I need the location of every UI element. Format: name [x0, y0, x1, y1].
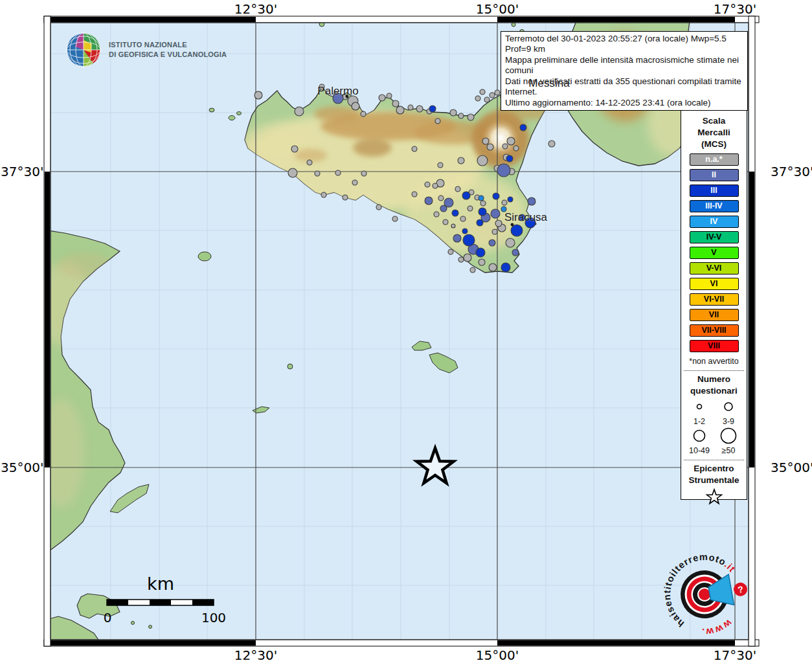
- size-legend-label: 10-49: [685, 447, 714, 455]
- intensity-point-na: [455, 186, 460, 192]
- city-label-siracusa: Siracusa: [504, 211, 547, 224]
- intensity-point-na: [416, 106, 423, 112]
- intensity-point-na: [343, 195, 348, 200]
- intensity-point-II: [512, 249, 519, 256]
- intensity-point-na: [438, 163, 443, 168]
- intensity-point-na: [458, 113, 464, 118]
- intensity-point-na: [458, 157, 464, 164]
- size-legend-label: 1-2: [685, 418, 714, 426]
- intensity-point-na: [451, 224, 455, 228]
- intensity-point-na: [470, 267, 475, 273]
- intensity-point-III-IV: [479, 196, 484, 201]
- intensity-chip-vvi: V-VI: [690, 262, 739, 275]
- scale-start-label: 0: [104, 610, 112, 625]
- legend-title-line2: Mercalli: [681, 127, 747, 139]
- intensity-point-III: [511, 225, 523, 236]
- legend-footnote: *non avvertito: [681, 357, 747, 366]
- intensity-point-na: [458, 257, 464, 262]
- epicenter-title-line1: Epicentro: [681, 463, 747, 475]
- intensity-point-III: [462, 229, 468, 234]
- size-legend-item: 10-49: [685, 427, 714, 455]
- questionnaire-size-legend: 1-23-910-49≥50: [681, 397, 747, 455]
- intensity-chip-vivii: VI-VII: [690, 293, 739, 306]
- intensity-point-na: [480, 89, 485, 95]
- x-tick-top-1730: 17°30': [714, 1, 756, 17]
- intensity-point-na: [433, 183, 438, 188]
- intensity-point-III: [506, 155, 513, 162]
- intensity-chip-vi: VI: [690, 278, 739, 290]
- scale-end-label: 100: [201, 610, 226, 625]
- intensity-point-na: [376, 205, 381, 210]
- intensity-point-na: [254, 91, 262, 99]
- intensity-point-III: [501, 263, 510, 272]
- size-legend-circle: [697, 405, 702, 409]
- intensity-point-na: [361, 171, 367, 176]
- legend-title-line1: Scala: [681, 115, 747, 127]
- intensity-chip-vii: VII: [690, 309, 739, 321]
- intensity-point-na: [460, 216, 466, 221]
- intensity-point-II: [491, 209, 500, 218]
- intensity-point-III: [477, 219, 483, 226]
- size-legend-circle: [721, 429, 736, 444]
- intensity-point-na: [434, 212, 439, 217]
- city-label-palermo: Palermo: [317, 85, 358, 98]
- intensity-point-na: [513, 146, 519, 151]
- intensity-point-na: [489, 264, 497, 271]
- intensity-point-III: [479, 208, 486, 216]
- intensity-point-na: [448, 249, 453, 254]
- intensity-point-III: [429, 106, 436, 112]
- intensity-point-na: [468, 206, 473, 211]
- intensity-point-na: [495, 90, 500, 95]
- intensity-point-na: [379, 95, 385, 101]
- watermark-text-www: www.: [697, 616, 736, 639]
- y-tick-left-3730: 37°30': [1, 164, 43, 179]
- intensity-point-na: [438, 196, 444, 201]
- scale-bar: [107, 600, 214, 605]
- info-line-event: Terremoto del 30-01-2023 20:55:27 (ora l…: [505, 34, 743, 55]
- intensity-point-na: [484, 97, 490, 102]
- size-legend-circle: [725, 403, 732, 410]
- legend-divider-1: [684, 370, 744, 371]
- intensity-point-na: [352, 102, 359, 110]
- legend-panel: Scala Mercalli (MCS) n.a.*IIIIIIII-IVIVI…: [681, 110, 747, 500]
- intensity-point-III: [493, 193, 499, 199]
- intensity-point-na: [475, 96, 480, 101]
- y-tick-right-3500: 35°00': [771, 460, 812, 475]
- x-tick-bottom-1500: 15°00': [476, 647, 519, 663]
- intensity-point-II: [440, 205, 447, 212]
- intensity-point-na: [492, 229, 497, 234]
- size-legend-item: 1-2: [685, 398, 714, 426]
- intensity-chip-iii: III: [690, 185, 739, 197]
- intensity-chip-v: V: [690, 247, 739, 259]
- intensity-point-III: [462, 192, 470, 199]
- ingv-logo: ISTITUTO NAZIONALE DI GEOFISICA E VULCAN…: [65, 31, 227, 69]
- intensity-point-na: [387, 93, 392, 98]
- epicenter-star-icon: [705, 488, 724, 506]
- legend-title-line3: (MCS): [681, 139, 747, 150]
- ingv-org-line2: DI GEOFISICA E VULCANOLOGIA: [109, 50, 227, 60]
- intensity-point-III: [452, 210, 458, 216]
- intensity-point-na: [495, 220, 502, 227]
- intensity-point-na: [361, 111, 366, 117]
- intensity-point-na: [335, 170, 341, 175]
- intensity-chip-iv: IV: [690, 216, 739, 228]
- intensity-chip-ii: II: [690, 169, 739, 181]
- size-legend-label: ≥50: [714, 447, 743, 455]
- size-legend-label: 3-9: [714, 418, 743, 426]
- intensity-point-na: [548, 140, 555, 147]
- questionnaire-title-line2: questionari: [681, 385, 747, 397]
- intensity-point-na: [507, 137, 515, 145]
- intensity-point-na: [502, 144, 508, 149]
- intensity-point-na: [502, 200, 507, 205]
- svg-text:www.: www.: [697, 616, 736, 639]
- intensity-point-na: [321, 192, 326, 197]
- intensity-chip-iiiiv: III-IV: [690, 200, 739, 212]
- intensity-point-na: [408, 105, 413, 110]
- intensity-point-II: [489, 240, 495, 246]
- intensity-point-na: [412, 192, 417, 197]
- intensity-point-na: [315, 171, 320, 176]
- intensity-point-na: [490, 93, 495, 98]
- intensity-point-na: [288, 168, 297, 177]
- intensity-point-na: [392, 100, 399, 107]
- intensity-point-na: [412, 146, 417, 152]
